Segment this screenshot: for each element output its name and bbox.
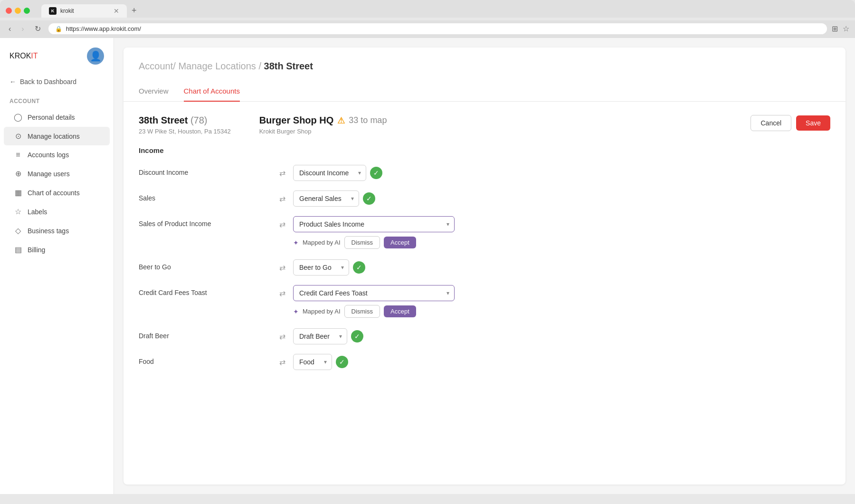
dismiss-button-sales-product[interactable]: Dismiss (344, 236, 380, 249)
select-area-sales: General Sales ▾ ✓ (293, 190, 375, 207)
account-section-label: Account (0, 95, 114, 107)
location-header: 38th Street (78) 23 W Pike St, Houston, … (139, 115, 830, 135)
select-area-beer-to-go: Beer to Go ▾ ✓ (293, 259, 365, 276)
save-button[interactable]: Save (796, 115, 830, 131)
cancel-button[interactable]: Cancel (750, 115, 791, 131)
traffic-light-red[interactable] (6, 8, 12, 14)
sidebar-label-manage-locations: Manage locations (28, 133, 80, 140)
income-section: Income Discount Income ⇄ Discount Income… (139, 146, 830, 375)
select-value-beer-to-go: Beer to Go (294, 260, 349, 275)
check-icon-draft-beer: ✓ (351, 330, 363, 342)
sidebar-label-labels: Labels (28, 208, 47, 216)
browser-tab[interactable]: K krokit ✕ (41, 4, 127, 18)
arrow-icon-draft-beer: ⇄ (279, 328, 285, 341)
billing-icon: ▤ (13, 245, 23, 254)
sidebar-label-billing: Billing (28, 246, 45, 254)
hq-sub: Krokit Burger Shop (259, 128, 751, 135)
sidebar-item-business-tags[interactable]: ◇ Business tags (4, 221, 110, 240)
ai-sparkle-icon-ccf: ✦ (293, 308, 299, 315)
select-wrapper-sales-product: Product Sales Income ▾ ✦ Mapped by AI Di… (293, 216, 455, 250)
refresh-button[interactable]: ↻ (32, 23, 44, 34)
select-food[interactable]: Food ▾ (293, 354, 332, 370)
traffic-light-yellow[interactable] (15, 8, 21, 14)
select-credit-card-fees[interactable]: Credit Card Fees Toast ▾ (293, 285, 455, 301)
lock-icon: 🔒 (55, 26, 62, 32)
breadcrumb: Account/ Manage Locations / 38th Street (124, 48, 846, 72)
tab-close-button[interactable]: ✕ (114, 7, 119, 15)
arrow-icon-food: ⇄ (279, 354, 285, 367)
arrow-icon-discount-income: ⇄ (279, 165, 285, 178)
select-beer-to-go[interactable]: Beer to Go ▾ (293, 259, 349, 276)
sidebar-label-accounts-logs: Accounts logs (28, 151, 69, 159)
traffic-light-green[interactable] (24, 8, 30, 14)
chevron-down-icon: ▾ (358, 170, 361, 176)
sidebar-label-business-tags: Business tags (28, 227, 69, 235)
select-wrapper-food: Food ▾ (293, 354, 332, 370)
select-wrapper-beer-to-go: Beer to Go ▾ (293, 259, 349, 276)
new-tab-button[interactable]: + (128, 4, 141, 18)
content-panel: Account/ Manage Locations / 38th Street … (124, 48, 846, 485)
chart-of-accounts-icon: ▦ (13, 188, 23, 197)
ai-suggestion-sales-product: ✦ Mapped by AI Dismiss Accept (293, 232, 455, 250)
sidebar-item-labels[interactable]: ☆ Labels (4, 202, 110, 221)
select-value-credit-card-fees: Credit Card Fees Toast (294, 285, 454, 301)
select-discount-income[interactable]: Discount Income ▾ (293, 165, 366, 181)
back-to-dashboard-link[interactable]: ← Back to Dashboard (0, 74, 114, 95)
bookmark-icon[interactable]: ☆ (843, 24, 849, 33)
chevron-down-icon-sales: ▾ (351, 195, 354, 202)
breadcrumb-current: 38th Street (264, 61, 313, 71)
label-draft-beer: Draft Beer (139, 328, 272, 340)
select-draft-beer[interactable]: Draft Beer ▾ (293, 328, 347, 344)
personal-details-icon: ◯ (13, 113, 23, 122)
extensions-icon[interactable]: ⊞ (832, 24, 838, 33)
select-value-sales-product: Product Sales Income (294, 217, 454, 232)
ai-text-credit-card-fees: Mapped by AI (303, 308, 341, 315)
sidebar-label-personal-details: Personal details (28, 114, 75, 121)
check-icon-sales: ✓ (363, 192, 375, 205)
location-count: (78) (190, 115, 208, 125)
sidebar-item-accounts-logs[interactable]: ≡ Accounts logs (4, 146, 110, 164)
chevron-down-icon-sales-product: ▾ (446, 221, 449, 228)
tab-favicon: K (49, 7, 57, 15)
labels-icon: ☆ (13, 207, 23, 216)
manage-locations-icon: ⊙ (13, 132, 23, 141)
tab-overview[interactable]: Overview (139, 83, 169, 102)
accounts-logs-icon: ≡ (13, 151, 23, 159)
logo-krok: KROK (10, 52, 31, 60)
arrow-icon-sales-product: ⇄ (279, 216, 285, 229)
sidebar-item-manage-locations[interactable]: ⊙ Manage locations (4, 127, 110, 145)
back-nav-button[interactable]: ‹ (6, 24, 14, 34)
header-actions: Cancel Save (750, 115, 830, 131)
sidebar: KROKIT 👤 ← Back to Dashboard Account ◯ P… (0, 38, 114, 494)
avatar[interactable]: 👤 (87, 48, 104, 65)
sidebar-item-manage-users[interactable]: ⊕ Manage users (4, 164, 110, 183)
select-wrapper-sales: General Sales ▾ (293, 190, 359, 207)
check-icon-food: ✓ (336, 356, 348, 368)
select-sales-product[interactable]: Product Sales Income ▾ (293, 216, 455, 232)
mapping-row-sales: Sales ⇄ General Sales ▾ ✓ (139, 186, 830, 211)
breadcrumb-manage: Manage Locations / (178, 61, 261, 71)
arrow-icon-sales: ⇄ (279, 190, 285, 203)
sidebar-item-personal-details[interactable]: ◯ Personal details (4, 108, 110, 126)
tab-chart-of-accounts[interactable]: Chart of Accounts (184, 83, 240, 102)
arrow-icon-credit-card-fees: ⇄ (279, 285, 285, 298)
accept-button-credit-card-fees[interactable]: Accept (384, 305, 416, 317)
accept-button-sales-product[interactable]: Accept (384, 237, 416, 248)
select-area-food: Food ▾ ✓ (293, 354, 348, 370)
tabs: Overview Chart of Accounts (124, 76, 846, 102)
mapping-row-discount-income: Discount Income ⇄ Discount Income ▾ ✓ (139, 160, 830, 186)
forward-nav-button[interactable]: › (19, 24, 27, 34)
sidebar-item-billing[interactable]: ▤ Billing (4, 240, 110, 259)
address-bar[interactable]: 🔒 https://www.app.krokit.com/ (48, 23, 827, 34)
select-value-discount-income: Discount Income (294, 165, 366, 181)
dismiss-button-credit-card-fees[interactable]: Dismiss (344, 305, 380, 318)
ai-text-sales-product: Mapped by AI (303, 239, 341, 246)
select-value-sales: General Sales (294, 191, 359, 206)
sidebar-item-chart-of-accounts[interactable]: ▦ Chart of accounts (4, 183, 110, 202)
income-section-title: Income (139, 146, 830, 154)
chevron-down-icon-draft-beer: ▾ (339, 333, 342, 340)
select-area-draft-beer: Draft Beer ▾ ✓ (293, 328, 363, 344)
label-sales-product: Sales of Product Income (139, 216, 272, 228)
select-sales[interactable]: General Sales ▾ (293, 190, 359, 207)
check-icon-beer-to-go: ✓ (353, 261, 365, 274)
